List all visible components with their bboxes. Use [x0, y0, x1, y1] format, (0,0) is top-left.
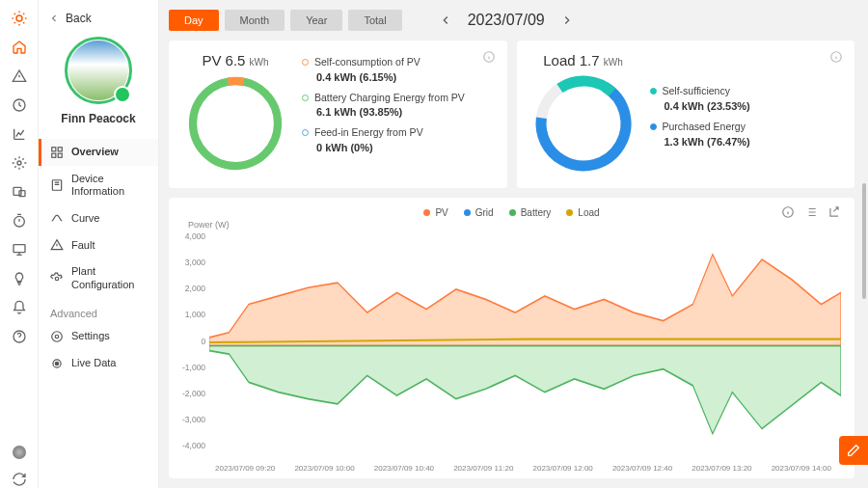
load-card: Load 1.7 kWh Self-sufficiency0.4 kWh (23… [517, 41, 855, 188]
legend-load[interactable]: Load [566, 207, 599, 218]
info-icon[interactable] [829, 50, 843, 64]
device-icon [50, 178, 64, 192]
menu-overview[interactable]: Overview [39, 139, 158, 166]
info-icon[interactable] [482, 50, 496, 64]
user-name: Finn Peacock [39, 112, 158, 125]
svg-point-2 [17, 161, 21, 165]
help-icon[interactable] [11, 328, 28, 345]
user-avatar[interactable] [65, 37, 132, 104]
svg-point-20 [186, 74, 285, 173]
date-nav: 2023/07/09 [439, 12, 574, 29]
current-date[interactable]: 2023/07/09 [468, 12, 545, 29]
load-legend: Self-sufficiency0.4 kWh (23.53%) Purchas… [650, 56, 750, 176]
legend-grid[interactable]: Grid [464, 207, 494, 218]
menu-label: Device Information [71, 173, 124, 198]
sidebar: Back Finn Peacock Overview Device Inform… [39, 0, 159, 488]
svg-point-19 [193, 81, 278, 166]
range-year[interactable]: Year [290, 10, 342, 31]
status-badge-icon [114, 86, 131, 103]
grid-icon [50, 146, 64, 159]
live-icon [50, 357, 64, 370]
main-content: Day Month Year Total 2023/07/09 PV 6.5 k… [159, 0, 868, 488]
toolbar: Day Month Year Total 2023/07/09 [169, 10, 854, 31]
menu-label: Fault [71, 239, 95, 252]
menu-settings[interactable]: Settings [39, 323, 158, 350]
svg-point-0 [16, 15, 22, 21]
svg-point-14 [55, 335, 59, 339]
range-day[interactable]: Day [169, 10, 219, 31]
svg-rect-11 [58, 153, 62, 157]
range-month[interactable]: Month [225, 10, 285, 31]
refresh-icon[interactable] [11, 471, 28, 488]
fault-icon [50, 238, 64, 252]
svg-point-16 [55, 362, 59, 366]
menu-label: Plant Configuration [71, 265, 134, 290]
sun-icon[interactable] [11, 10, 28, 27]
chart-legend: PV Grid Battery Load [182, 207, 841, 218]
curve-icon [50, 211, 64, 225]
bulb-icon[interactable] [11, 270, 28, 287]
legend-pv[interactable]: PV [423, 207, 448, 218]
svg-rect-10 [52, 153, 56, 157]
svg-rect-8 [52, 148, 56, 151]
legend-item: Self-consumption of PV0.4 kWh (6.15%) [302, 56, 465, 83]
pv-donut-chart [182, 70, 288, 176]
date-prev-icon[interactable] [439, 14, 452, 27]
svg-rect-6 [14, 245, 25, 253]
y-axis: 4,0003,0002,0001,0000-1,000-2,000-3,000-… [182, 230, 209, 462]
chevron-left-icon [48, 13, 60, 24]
menu-curve[interactable]: Curve [39, 204, 158, 231]
power-chart-card: PV Grid Battery Load Power (W) 4,0003,00… [169, 198, 854, 478]
pv-legend: Self-consumption of PV0.4 kWh (6.15%) Ba… [302, 56, 465, 176]
info-icon[interactable] [781, 205, 795, 219]
sidebar-menu: Overview Device Information Curve Fault … [39, 139, 158, 377]
menu-label: Curve [71, 212, 99, 225]
legend-battery[interactable]: Battery [509, 207, 552, 218]
menu-label: Live Data [71, 357, 116, 369]
home-icon[interactable] [11, 39, 28, 56]
pv-card: PV 6.5 kWh Self-consumption of PV0.4 kWh… [169, 41, 507, 188]
list-icon[interactable] [804, 205, 818, 219]
edit-icon [846, 443, 861, 458]
clock-icon[interactable] [11, 96, 28, 114]
devices-icon[interactable] [11, 183, 28, 201]
range-total[interactable]: Total [348, 10, 401, 31]
config-icon [50, 272, 64, 285]
menu-label: Overview [71, 146, 119, 158]
pv-title: PV 6.5 kWh [202, 52, 268, 68]
warn-icon[interactable] [11, 68, 28, 85]
icon-rail [0, 0, 39, 488]
x-axis: 2023/07/09 09:202023/07/09 10:002023/07/… [182, 462, 841, 473]
y-axis-label: Power (W) [182, 220, 841, 230]
menu-live-data[interactable]: Live Data [39, 350, 158, 377]
scrollbar[interactable] [862, 183, 866, 299]
date-next-icon[interactable] [560, 14, 574, 27]
summary-cards: PV 6.5 kWh Self-consumption of PV0.4 kWh… [169, 41, 854, 188]
menu-fault[interactable]: Fault [39, 231, 158, 258]
export-icon[interactable] [827, 205, 841, 219]
advanced-section-label: Advanced [39, 298, 158, 323]
legend-item: Battery Charging Energy from PV6.1 kWh (… [302, 92, 465, 119]
svg-point-13 [55, 277, 59, 281]
user-orb-icon[interactable] [13, 446, 26, 459]
range-segmented: Day Month Year Total [169, 10, 402, 31]
gear-small-icon[interactable] [11, 154, 28, 172]
chart-tools [781, 205, 841, 219]
monitor-icon[interactable] [11, 241, 28, 258]
settings-icon [50, 330, 64, 343]
chart-icon[interactable] [11, 125, 28, 143]
svg-point-15 [52, 332, 63, 342]
chart-plot[interactable] [209, 230, 841, 462]
legend-item: Self-sufficiency0.4 kWh (23.53%) [650, 85, 750, 112]
legend-item: Purchased Energy1.3 kWh (76.47%) [650, 121, 750, 148]
feedback-fab[interactable] [839, 436, 868, 465]
back-button[interactable]: Back [39, 8, 158, 29]
menu-plant-config[interactable]: Plant Configuration [39, 258, 158, 297]
load-donut-chart [530, 70, 637, 176]
bell-icon[interactable] [11, 299, 28, 316]
menu-device-info[interactable]: Device Information [39, 166, 158, 204]
legend-item: Feed-in Energy from PV0 kWh (0%) [302, 126, 465, 153]
timer-icon[interactable] [11, 212, 28, 230]
menu-label: Settings [71, 330, 110, 342]
svg-rect-9 [58, 148, 62, 151]
